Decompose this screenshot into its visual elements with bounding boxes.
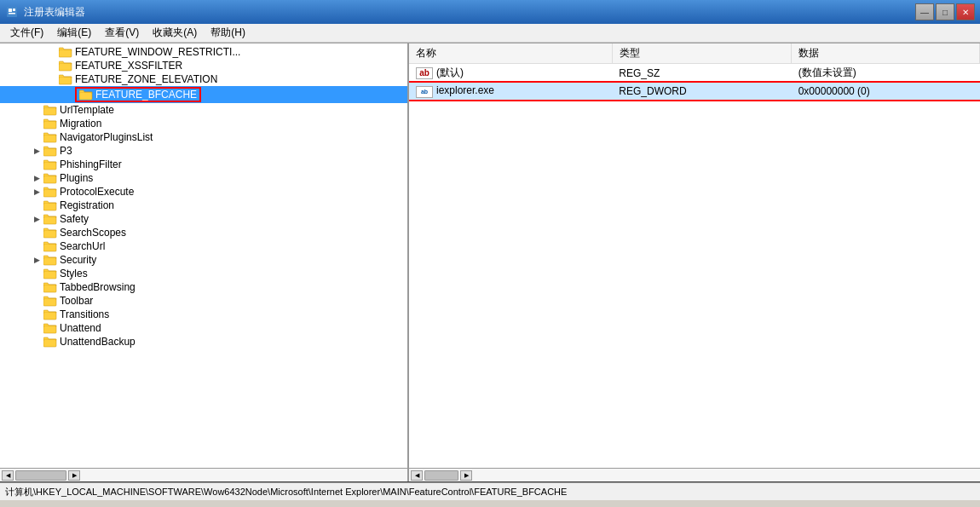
tree-item-label: Toolbar: [60, 295, 93, 307]
tree-item[interactable]: Migration: [0, 117, 407, 130]
svg-rect-35: [44, 258, 55, 264]
folder-icon: [43, 199, 57, 211]
menu-favorites[interactable]: 收藏夹(A): [146, 24, 204, 42]
folder-icon: [43, 240, 57, 252]
tree-item-label: TabbedBrowsing: [60, 281, 135, 293]
svg-rect-29: [44, 217, 55, 223]
menu-bar: 文件(F) 编辑(E) 查看(V) 收藏夹(A) 帮助(H): [0, 24, 980, 43]
svg-rect-11: [80, 93, 91, 99]
folder-icon: [43, 295, 57, 307]
tree-item[interactable]: SearchScopes: [0, 226, 407, 239]
values-scroll-thumb[interactable]: [424, 470, 458, 481]
tree-item[interactable]: FEATURE_XSSFILTER: [0, 59, 407, 72]
tree-item[interactable]: Toolbar: [0, 294, 407, 308]
expand-icon[interactable]: ▶: [31, 145, 43, 157]
expand-icon: [31, 131, 43, 143]
menu-help[interactable]: 帮助(H): [204, 24, 252, 42]
values-scroll-left-btn[interactable]: ◀: [411, 470, 423, 481]
app-icon: [5, 5, 19, 19]
registry-tree[interactable]: FEATURE_WINDOW_RESTRICTI... FEATURE_XSSF…: [0, 43, 409, 468]
registry-row[interactable]: ab(默认)REG_SZ(数值未设置): [409, 64, 980, 83]
folder-icon: [43, 172, 57, 184]
expand-icon: [46, 89, 58, 101]
scroll-left-btn[interactable]: ◀: [2, 470, 14, 481]
svg-rect-39: [44, 285, 55, 291]
close-button[interactable]: ✕: [956, 3, 975, 20]
reg-data-cell: (数值未设置): [792, 64, 980, 83]
col-type[interactable]: 类型: [612, 43, 791, 64]
folder-icon: [59, 60, 72, 72]
tree-item[interactable]: FEATURE_WINDOW_RESTRICTI...: [0, 45, 407, 59]
tree-item[interactable]: PhishingFilter: [0, 158, 407, 171]
tree-item[interactable]: ▶ Plugins: [0, 171, 407, 185]
tree-item[interactable]: UnattendBackup: [0, 335, 407, 349]
col-data[interactable]: 数据: [792, 43, 980, 64]
folder-icon: [43, 213, 57, 225]
tree-item-label: SearchUrl: [60, 240, 105, 252]
tree-item-label: Plugins: [60, 172, 93, 184]
tree-item[interactable]: NavigatorPluginsList: [0, 130, 407, 144]
reg-name-cell: abiexplorer.exe: [409, 83, 612, 101]
reg-name: iexplorer.exe: [436, 84, 494, 96]
tree-item[interactable]: Transitions: [0, 308, 407, 321]
reg-data-cell: 0x00000000 (0): [792, 83, 980, 101]
tree-item-label: FEATURE_XSSFILTER: [75, 60, 182, 72]
tree-item[interactable]: Unattend: [0, 321, 407, 335]
registry-values-panel: 名称 类型 数据 ab(默认)REG_SZ(数值未设置)abiexplorer.…: [409, 43, 980, 468]
tree-item[interactable]: UrlTemplate: [0, 103, 407, 117]
tree-item-label: Styles: [60, 268, 88, 279]
registry-values-table: 名称 类型 数据 ab(默认)REG_SZ(数值未设置)abiexplorer.…: [409, 43, 980, 101]
svg-rect-0: [7, 7, 17, 17]
svg-rect-21: [44, 163, 55, 169]
tree-item-label: SearchScopes: [60, 227, 126, 239]
maximize-button[interactable]: □: [936, 3, 954, 20]
scroll-thumb[interactable]: [15, 470, 66, 481]
folder-icon: [43, 336, 57, 348]
col-name[interactable]: 名称: [409, 43, 612, 64]
tree-item-label: Transitions: [60, 308, 109, 320]
expand-icon: [31, 227, 43, 239]
expand-icon[interactable]: ▶: [31, 186, 43, 198]
values-scroll-right-btn[interactable]: ▶: [460, 470, 472, 481]
tree-item[interactable]: ▶ Safety: [0, 212, 407, 226]
tree-item[interactable]: SearchUrl: [0, 239, 407, 253]
menu-edit[interactable]: 编辑(E): [50, 24, 98, 42]
scroll-right-btn[interactable]: ▶: [68, 470, 80, 481]
expand-icon[interactable]: ▶: [31, 213, 43, 225]
tree-item[interactable]: TabbedBrowsing: [0, 280, 407, 294]
tree-item-label: Safety: [60, 213, 89, 225]
folder-icon: [59, 73, 72, 85]
menu-view[interactable]: 查看(V): [98, 24, 146, 42]
expand-icon: [46, 46, 58, 58]
folder-icon: [43, 254, 57, 266]
tree-scrollbar[interactable]: ◀ ▶: [0, 469, 409, 481]
expand-icon: [31, 295, 43, 307]
svg-rect-23: [44, 176, 55, 182]
main-content: FEATURE_WINDOW_RESTRICTI... FEATURE_XSSF…: [0, 43, 980, 468]
values-scrollbar[interactable]: ◀ ▶: [409, 469, 980, 481]
registry-row[interactable]: abiexplorer.exeREG_DWORD0x00000000 (0): [409, 83, 980, 101]
tree-item[interactable]: Styles: [0, 267, 407, 280]
folder-icon: [59, 89, 72, 101]
expand-icon: [31, 104, 43, 116]
expand-icon[interactable]: ▶: [31, 254, 43, 266]
expand-icon[interactable]: ▶: [31, 172, 43, 184]
svg-rect-17: [44, 135, 55, 141]
menu-file[interactable]: 文件(F): [3, 24, 50, 42]
svg-rect-13: [44, 108, 55, 114]
minimize-button[interactable]: —: [915, 3, 934, 20]
tree-item-label: PhishingFilter: [60, 158, 122, 170]
tree-item-label: UnattendBackup: [60, 336, 135, 348]
window-controls: — □ ✕: [915, 3, 975, 20]
expand-icon: [31, 281, 43, 293]
tree-item[interactable]: ▶ Security: [0, 253, 407, 267]
horizontal-scrollbar: ◀ ▶ ◀ ▶: [0, 468, 980, 481]
tree-item[interactable]: FEATURE_BFCACHE: [0, 86, 407, 103]
tree-item[interactable]: ▶ P3: [0, 144, 407, 158]
tree-item[interactable]: FEATURE_ZONE_ELEVATION: [0, 72, 407, 86]
window-title: 注册表编辑器: [24, 5, 915, 20]
svg-rect-27: [44, 204, 55, 210]
tree-item[interactable]: ▶ ProtocolExecute: [0, 185, 407, 199]
folder-icon: [43, 131, 57, 143]
tree-item[interactable]: Registration: [0, 199, 407, 212]
